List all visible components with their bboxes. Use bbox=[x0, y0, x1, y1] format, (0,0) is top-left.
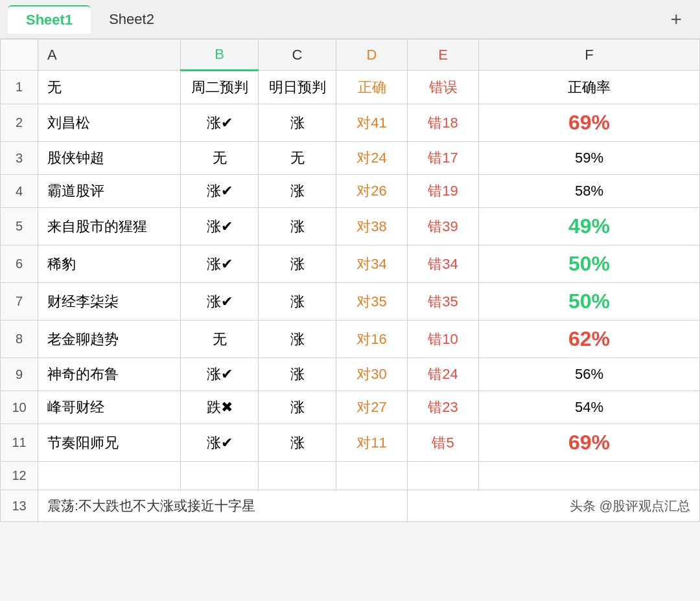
cell-10-c[interactable]: 涨 bbox=[259, 391, 336, 424]
cell-3-f[interactable]: 59% bbox=[479, 142, 700, 175]
cell-2-e[interactable]: 错18 bbox=[408, 104, 479, 142]
cell-7-f[interactable]: 50% bbox=[479, 283, 700, 321]
cell-8-f[interactable]: 62% bbox=[479, 321, 700, 358]
cell-8-c[interactable]: 涨 bbox=[259, 321, 336, 358]
cell-12-2 bbox=[181, 462, 259, 490]
add-tab-button[interactable]: + bbox=[660, 8, 692, 30]
cell-9-e[interactable]: 错24 bbox=[408, 358, 479, 391]
cell-6-b[interactable]: 涨✔ bbox=[181, 245, 259, 283]
cell-5-e[interactable]: 错39 bbox=[408, 208, 479, 245]
tab-sheet1[interactable]: Sheet1 bbox=[8, 5, 91, 34]
cell-3-a[interactable]: 股侠钟超 bbox=[38, 142, 181, 175]
cell-5-b[interactable]: 涨✔ bbox=[181, 208, 259, 245]
cell-1-e[interactable]: 错误 bbox=[408, 71, 479, 104]
cell-9-c[interactable]: 涨 bbox=[259, 358, 336, 391]
cell-4-c[interactable]: 涨 bbox=[259, 175, 336, 208]
cell-10-d[interactable]: 对27 bbox=[336, 391, 408, 424]
row-num-9: 9 bbox=[1, 358, 38, 391]
table-row-9: 9神奇的布鲁涨✔涨对30错2456% bbox=[1, 358, 700, 391]
cell-2-f[interactable]: 69% bbox=[479, 104, 700, 142]
cell-5-d[interactable]: 对38 bbox=[336, 208, 408, 245]
cell-7-d[interactable]: 对35 bbox=[336, 283, 408, 321]
row-num-7: 7 bbox=[1, 283, 38, 321]
cell-11-a[interactable]: 节奏阳师兄 bbox=[38, 424, 181, 462]
col-header-a: A bbox=[38, 40, 181, 71]
cell-10-a[interactable]: 峰哥财经 bbox=[38, 391, 181, 424]
cell-9-d[interactable]: 对30 bbox=[336, 358, 408, 391]
cell-6-d[interactable]: 对34 bbox=[336, 245, 408, 283]
cell-2-c[interactable]: 涨 bbox=[259, 104, 336, 142]
cell-8-d[interactable]: 对16 bbox=[336, 321, 408, 358]
cell-11-f[interactable]: 69% bbox=[479, 424, 700, 462]
table-row-3: 3股侠钟超无无对24错1759% bbox=[1, 142, 700, 175]
cell-11-b[interactable]: 涨✔ bbox=[181, 424, 259, 462]
cell-1-d[interactable]: 正确 bbox=[336, 71, 408, 104]
cell-3-d[interactable]: 对24 bbox=[336, 142, 408, 175]
footer-text: 震荡:不大跌也不大涨或接近十字星 bbox=[38, 490, 408, 522]
cell-8-a[interactable]: 老金聊趋势 bbox=[38, 321, 181, 358]
cell-4-f[interactable]: 58% bbox=[479, 175, 700, 208]
cell-2-a[interactable]: 刘昌松 bbox=[38, 104, 181, 142]
row-num-10: 10 bbox=[1, 391, 38, 424]
row-num-13: 13 bbox=[1, 490, 38, 522]
cell-10-f[interactable]: 54% bbox=[479, 391, 700, 424]
table-row-6: 6稀豹涨✔涨对34错3450% bbox=[1, 245, 700, 283]
cell-6-a[interactable]: 稀豹 bbox=[38, 245, 181, 283]
cell-6-e[interactable]: 错34 bbox=[408, 245, 479, 283]
col-header-b: B bbox=[181, 40, 259, 71]
cell-3-e[interactable]: 错17 bbox=[408, 142, 479, 175]
col-header-d: D bbox=[336, 40, 408, 71]
cell-4-d[interactable]: 对26 bbox=[336, 175, 408, 208]
cell-4-a[interactable]: 霸道股评 bbox=[38, 175, 181, 208]
cell-5-c[interactable]: 涨 bbox=[259, 208, 336, 245]
data-table: A B C D E F 1 无 周二预判 明日预判 正确 错误 正确率 2刘昌松… bbox=[0, 39, 700, 522]
cell-6-f[interactable]: 50% bbox=[479, 245, 700, 283]
cell-10-e[interactable]: 错23 bbox=[408, 391, 479, 424]
tab-sheet2-label: Sheet2 bbox=[109, 11, 154, 28]
cell-7-c[interactable]: 涨 bbox=[259, 283, 336, 321]
cell-9-b[interactable]: 涨✔ bbox=[181, 358, 259, 391]
cell-1-b[interactable]: 周二预判 bbox=[181, 71, 259, 104]
cell-2-d[interactable]: 对41 bbox=[336, 104, 408, 142]
table-row-1: 1 无 周二预判 明日预判 正确 错误 正确率 bbox=[1, 71, 700, 104]
cell-1-c[interactable]: 明日预判 bbox=[259, 71, 336, 104]
cell-3-c[interactable]: 无 bbox=[259, 142, 336, 175]
cell-12-1 bbox=[38, 462, 181, 490]
cell-9-a[interactable]: 神奇的布鲁 bbox=[38, 358, 181, 391]
cell-7-e[interactable]: 错35 bbox=[408, 283, 479, 321]
cell-1-a[interactable]: 无 bbox=[38, 71, 181, 104]
row-num-8: 8 bbox=[1, 321, 38, 358]
table-row-4: 4霸道股评涨✔涨对26错1958% bbox=[1, 175, 700, 208]
table-row-5: 5来自股市的猩猩涨✔涨对38错3949% bbox=[1, 208, 700, 245]
cell-5-f[interactable]: 49% bbox=[479, 208, 700, 245]
col-header-c: C bbox=[259, 40, 336, 71]
cell-11-c[interactable]: 涨 bbox=[259, 424, 336, 462]
cell-8-e[interactable]: 错10 bbox=[408, 321, 479, 358]
cell-2-b[interactable]: 涨✔ bbox=[181, 104, 259, 142]
tab-sheet2[interactable]: Sheet2 bbox=[91, 5, 172, 34]
cell-7-b[interactable]: 涨✔ bbox=[181, 283, 259, 321]
cell-6-c[interactable]: 涨 bbox=[259, 245, 336, 283]
cell-10-b[interactable]: 跌✖ bbox=[181, 391, 259, 424]
cell-7-a[interactable]: 财经李柒柒 bbox=[38, 283, 181, 321]
footer-right: 头条 @股评观点汇总 bbox=[408, 490, 700, 522]
table-row-12: 12 bbox=[1, 462, 700, 490]
cell-4-e[interactable]: 错19 bbox=[408, 175, 479, 208]
cell-11-e[interactable]: 错5 bbox=[408, 424, 479, 462]
cell-8-b[interactable]: 无 bbox=[181, 321, 259, 358]
cell-3-b[interactable]: 无 bbox=[181, 142, 259, 175]
row-num-6: 6 bbox=[1, 245, 38, 283]
cell-12-0: 12 bbox=[1, 462, 38, 490]
table-row-2: 2刘昌松涨✔涨对41错1869% bbox=[1, 104, 700, 142]
cell-1-f[interactable]: 正确率 bbox=[479, 71, 700, 104]
tab-sheet1-label: Sheet1 bbox=[26, 12, 73, 28]
cell-9-f[interactable]: 56% bbox=[479, 358, 700, 391]
cell-12-6 bbox=[479, 462, 700, 490]
cell-12-4 bbox=[336, 462, 408, 490]
cell-11-d[interactable]: 对11 bbox=[336, 424, 408, 462]
cell-5-a[interactable]: 来自股市的猩猩 bbox=[38, 208, 181, 245]
spreadsheet: A B C D E F 1 无 周二预判 明日预判 正确 错误 正确率 2刘昌松… bbox=[0, 39, 700, 522]
col-header-row bbox=[1, 40, 38, 71]
cell-4-b[interactable]: 涨✔ bbox=[181, 175, 259, 208]
row-num-2: 2 bbox=[1, 104, 38, 142]
